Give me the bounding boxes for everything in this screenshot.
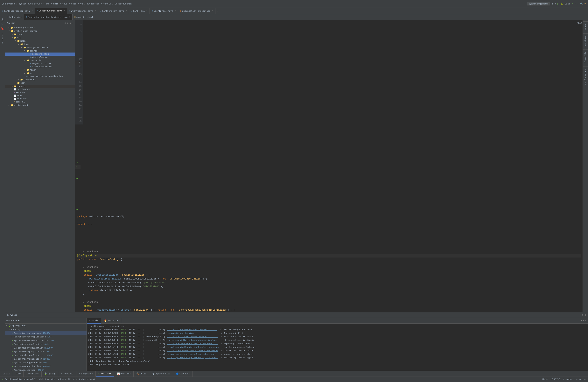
tab-luacheck[interactable]: 🔵 LuaCheck <box>173 371 193 377</box>
scroll-up-icon[interactable]: ▲ <box>581 319 582 322</box>
svc-item-running[interactable]: ▼ Running <box>5 328 86 331</box>
sidebar-gear-icon[interactable]: ⚙ <box>70 22 71 24</box>
tree-item-controller[interactable]: ▼ 📁 controller <box>5 59 75 62</box>
tree-item-oauth2controller[interactable]: C OAuth2Controller <box>5 65 75 68</box>
close-icon[interactable]: × <box>95 10 96 12</box>
git-check-icon[interactable]: ✓ <box>572 2 573 5</box>
tab-cartconstant[interactable]: C CartConstant.java × <box>98 8 129 14</box>
tree-item-webmvcconfig[interactable]: C WebMvcConfig <box>5 56 75 59</box>
tab-profiler[interactable]: 📊 Profiler <box>114 371 134 377</box>
tree-item-resources[interactable]: ▶ 📁 resources <box>5 78 75 81</box>
debug-icon[interactable]: 🐛 <box>561 2 563 5</box>
structure-icon[interactable]: Structure <box>1 32 4 45</box>
close-icon[interactable]: × <box>126 10 127 12</box>
svc-item-systemmember[interactable]: ▶ SystemMemberApplication :10000/ <box>5 353 86 357</box>
tree-item-mvnwcmd[interactable]: 📄 mvnw.cmd <box>5 97 75 100</box>
maven-tab[interactable]: Maven <box>583 21 588 32</box>
svc-item-systemware[interactable]: ▶ SystemWareApplication :12000/ <box>5 364 86 368</box>
subtab-cartlisthtml[interactable]: H cartList.html <box>73 14 95 20</box>
tab-dependencies[interactable]: ⛓ Dependencies <box>149 371 173 377</box>
sidebar-collapse-icon[interactable]: ≡ <box>67 22 68 24</box>
tab-cartinterceptor[interactable]: C CartInterceptor.java × <box>0 8 35 14</box>
build-icon[interactable]: ⚙ <box>555 2 556 5</box>
bookmarks-icon[interactable]: 🔖 <box>0 26 5 31</box>
wrap-icon[interactable]: ⇌ <box>585 319 587 322</box>
encoding[interactable]: LF UTF-8 <box>551 378 560 381</box>
settings-icon[interactable]: ☀ <box>585 2 586 5</box>
expand-all-icon[interactable]: ⊞ <box>11 319 12 322</box>
tree-item-ustc-yh-authserver[interactable]: ▼ 📁 ustc.yh.authserver <box>5 46 75 49</box>
svc-item-systemcart[interactable]: ▶ SystemCartApplication :13000/ <box>5 331 86 335</box>
tree-item-src[interactable]: ▼ 📁 src <box>5 36 75 39</box>
tab-userinfovo[interactable]: U UserInfoVo.java × <box>150 8 178 14</box>
svc-item-systemorder[interactable]: ▶ SystemOrderApplication :9000/ <box>5 357 86 361</box>
svc-item-renrengenerate[interactable]: ▶ RenrenGenerateApplication :80/ <box>5 335 86 339</box>
subtab-indexhtml[interactable]: H index.html <box>5 14 24 20</box>
close-icon[interactable]: × <box>32 10 33 12</box>
more-tabs-icon[interactable]: ⋮ <box>216 10 218 12</box>
filter-icon[interactable]: ▼ <box>13 319 15 322</box>
tree-item-system-cart[interactable]: ▶ 📁 system-cart <box>5 104 75 107</box>
sidebar-expand-icon[interactable]: ⊞ <box>65 22 66 24</box>
refresh-icon[interactable]: ↺ <box>552 2 553 5</box>
sidebar-close-icon[interactable]: — <box>72 22 73 24</box>
tree-item-mvnw[interactable]: 📄 mvnw <box>5 94 75 97</box>
project-icon[interactable]: Project <box>1 15 4 26</box>
tab-spring[interactable]: 🍃 Spring <box>42 371 59 377</box>
git-push-icon[interactable]: ↑ <box>574 3 576 5</box>
console-tab-console[interactable]: Console <box>87 318 101 324</box>
tree-item-main[interactable]: ▼ 📁 main <box>5 39 75 42</box>
tab-services[interactable]: ⬡ Services <box>96 371 114 377</box>
tree-item-pomxml[interactable]: X pom.xml <box>5 100 75 104</box>
svc-item-systemthird[interactable]: ▶ SystemThirdApplication :89 <box>5 361 86 364</box>
tab-endpoints[interactable]: ⊳ Endpoints <box>76 371 96 377</box>
tab-sessionconfig[interactable]: S SessionConfig.java × <box>35 8 67 14</box>
add-svc-icon[interactable]: + <box>18 319 20 322</box>
indent[interactable]: 4 spaces <box>563 378 572 381</box>
tab-appprops[interactable]: ⚙ application.properties × <box>178 8 215 14</box>
search-icon[interactable]: 🔍 <box>580 2 583 5</box>
tree-item-test[interactable]: ▶ 📁 test <box>5 81 75 85</box>
close-icon[interactable]: × <box>212 10 213 12</box>
tree-item-sessionconfig[interactable]: C SessionConfig <box>5 53 75 56</box>
tree-item-renren-generator[interactable]: ▶ 📁 renren-generator <box>5 26 75 29</box>
tree-item-config[interactable]: ▼ 📁 config <box>5 49 75 53</box>
tab-build[interactable]: 🔨 Build <box>134 371 149 377</box>
tree-item-mvn[interactable]: ▶ 📁 .mvn <box>5 33 75 36</box>
tree-item-gitignore[interactable]: 📄 .gitignore <box>5 88 75 91</box>
close-icon[interactable]: × <box>64 10 65 12</box>
tab-git[interactable]: ⎇ Git <box>0 371 13 377</box>
collapse-all-icon[interactable]: ⊟ <box>9 319 10 322</box>
run-icon[interactable]: ▶ <box>557 2 559 5</box>
code-area[interactable]: package ustc.yh.authserver.config; impor… <box>75 213 583 312</box>
code-editor[interactable]: 1 2 3 10 11 12 <box>75 20 583 312</box>
tree-item-systemauthapp[interactable]: C SystemAuthServerApplication <box>5 75 75 78</box>
tab-terminal[interactable]: ▷ Terminal <box>58 371 76 377</box>
tab-cart[interactable]: C Cart.java × <box>129 8 149 14</box>
tree-item-feign[interactable]: ▶ 📁 feign <box>5 68 75 72</box>
git-pull-icon[interactable]: ↓ <box>577 3 579 5</box>
svc-item-systemauthserver[interactable]: ▶ SystemAuthServerApplication :82/ <box>5 339 86 342</box>
close-icon[interactable]: × <box>175 10 176 12</box>
tab-webmvcconfig[interactable]: W WebMvcConfig.java × <box>67 8 98 14</box>
tree-item-system-auth-server[interactable]: ▼ 📁 system-auth-server <box>5 29 75 33</box>
close-icon[interactable]: × <box>147 10 147 12</box>
tab-todo[interactable]: TODO <box>13 371 23 377</box>
tree-item-logincontroller[interactable]: C LoginController <box>5 62 75 65</box>
tree-item-vo[interactable]: ▶ 📁 vo <box>5 72 75 75</box>
console-tab-actuator[interactable]: 🔥 Actuator <box>101 318 121 324</box>
scroll-down-icon[interactable]: ▼ <box>583 319 585 322</box>
database-tab[interactable]: Database <box>583 33 588 48</box>
svc-item-systemgateway[interactable]: ▶ SystemGatewayApplication :88/ <box>5 350 86 353</box>
tree-item-helpmd[interactable]: M HELP.md <box>5 91 75 94</box>
svc-item-systemsearch[interactable]: ▶ SystemSearchApplication :81/ <box>5 342 86 346</box>
tree-item-target[interactable]: ▶ 📁 target <box>5 85 75 88</box>
tree-item-java[interactable]: ▼ 📁 java <box>5 42 75 46</box>
classfile-tab[interactable]: Classfile <box>583 49 588 65</box>
run-config-dropdown[interactable]: SystemCartApplication <box>527 2 550 5</box>
svc-item-systemcoupon[interactable]: ▶ SystemCouponApplication :11000/ <box>5 346 86 350</box>
svc-item-springboot[interactable]: ▼ 🍃 Spring Boot <box>5 324 86 328</box>
filter-icon2[interactable]: ≡ <box>15 319 17 322</box>
services-settings-icon[interactable]: ⚙ <box>582 314 583 317</box>
services-gear-icon[interactable]: ⚙ <box>585 314 586 317</box>
